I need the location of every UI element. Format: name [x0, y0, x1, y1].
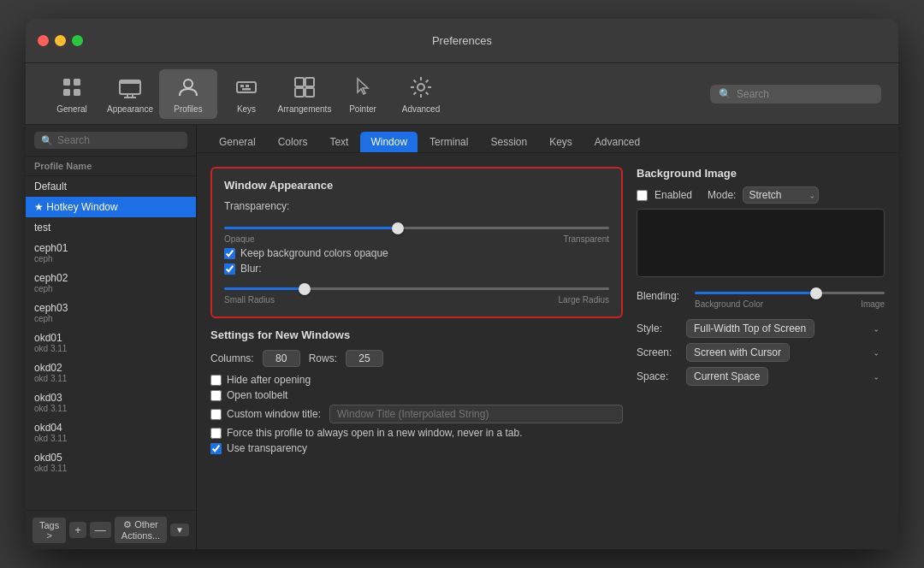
hide-after-checkbox[interactable] [210, 375, 222, 386]
blending-slider-container: Background Color Image [695, 282, 885, 309]
sidebar-search-area: 🔍 [26, 125, 196, 157]
custom-title-checkbox[interactable] [210, 409, 222, 420]
small-radius-label: Small Radius [224, 295, 275, 305]
right-panel: General Colors Text Window Terminal Sess… [197, 125, 898, 549]
mode-label: Mode: [708, 189, 736, 201]
sidebar-search-box[interactable]: 🔍 [34, 132, 187, 149]
profile-item[interactable]: okd02okd 3.11 [26, 358, 196, 388]
svg-rect-16 [295, 88, 304, 97]
keep-bg-label: Keep background colors opaque [240, 247, 388, 259]
minimize-button[interactable] [55, 35, 66, 46]
toolbar-profiles[interactable]: Profiles [159, 69, 217, 119]
sidebar-search-input[interactable] [57, 134, 177, 146]
other-actions-chevron[interactable]: ▼ [170, 524, 189, 536]
advanced-icon [407, 74, 435, 101]
rows-label: Rows: [309, 352, 337, 364]
use-transparency-checkbox[interactable] [210, 443, 222, 454]
profile-item[interactable]: ceph03ceph [26, 298, 196, 328]
other-actions-button[interactable]: ⚙ Other Actions... [115, 517, 167, 543]
toolbar-advanced[interactable]: Advanced [392, 69, 450, 119]
svg-rect-12 [246, 85, 249, 87]
rows-input[interactable] [346, 350, 383, 367]
profile-sub: okd 3.11 [34, 464, 187, 473]
style-select[interactable]: Full-Width Top of Screen Top of Screen B… [686, 319, 814, 338]
profile-item[interactable]: okd04okd 3.11 [26, 417, 196, 447]
blur-checkbox-row: Blur: [224, 263, 609, 275]
keep-bg-checkbox[interactable] [224, 248, 235, 259]
tab-window[interactable]: Window [360, 132, 418, 152]
style-label: Style: [637, 322, 679, 334]
profile-item[interactable]: okd05okd 3.11 [26, 447, 196, 477]
custom-title-input[interactable] [329, 405, 623, 423]
appearance-label: Appearance [107, 104, 153, 114]
toolbar-search[interactable]: 🔍 [710, 85, 881, 104]
tab-session[interactable]: Session [480, 132, 537, 152]
remove-profile-button[interactable]: — [90, 522, 111, 538]
profile-sub: ceph [34, 254, 187, 263]
appearance-icon [116, 74, 144, 101]
bg-color-label: Background Color [695, 299, 763, 309]
profile-item[interactable]: ceph01ceph [26, 238, 196, 268]
mode-select[interactable]: Stretch Tile Center Scale to Fill Scale … [743, 186, 819, 204]
toolbar-general[interactable]: General [43, 69, 101, 119]
profile-name: okd05 [34, 452, 187, 464]
profile-item[interactable]: ★ Hotkey Window [26, 197, 196, 217]
screen-select-wrapper: Screen with Cursor Screen 1 Screen 2 [686, 343, 885, 362]
tab-terminal[interactable]: Terminal [419, 132, 478, 152]
toolbar: General Appearance Profiles [26, 63, 898, 125]
tab-general[interactable]: General [209, 132, 266, 152]
tab-colors[interactable]: Colors [268, 132, 318, 152]
right-content: Background Image Enabled Mode: Stretch T… [637, 167, 885, 535]
window-title: Preferences [432, 34, 492, 47]
mode-select-wrapper: Stretch Tile Center Scale to Fill Scale … [743, 186, 819, 204]
blur-checkbox[interactable] [224, 263, 235, 275]
open-toolbelt-label: Open toolbelt [227, 389, 287, 401]
tags-button[interactable]: Tags > [33, 518, 66, 543]
hide-after-row: Hide after opening [210, 374, 623, 386]
tab-keys[interactable]: Keys [539, 132, 583, 152]
toolbar-arrangements[interactable]: Arrangements [275, 69, 334, 119]
bg-enabled-checkbox[interactable] [637, 190, 648, 201]
large-radius-label: Large Radius [559, 295, 609, 305]
profile-item[interactable]: okd01okd 3.11 [26, 328, 196, 358]
screen-label: Screen: [637, 346, 679, 358]
add-profile-button[interactable]: + [69, 522, 86, 538]
columns-input[interactable] [263, 350, 300, 367]
opaque-label: Opaque [224, 234, 255, 244]
profile-name: ceph03 [34, 302, 187, 314]
svg-rect-3 [74, 89, 80, 96]
profile-item[interactable]: ceph02ceph [26, 268, 196, 298]
tab-advanced[interactable]: Advanced [584, 132, 650, 152]
close-button[interactable] [38, 35, 49, 46]
tab-bar: General Colors Text Window Terminal Sess… [197, 125, 898, 153]
space-select[interactable]: Current Space All Spaces [686, 367, 768, 386]
keep-bg-row: Keep background colors opaque [224, 247, 609, 259]
profile-name: ceph01 [34, 242, 187, 254]
search-input[interactable] [737, 88, 873, 100]
profile-item[interactable]: okd03okd 3.11 [26, 388, 196, 417]
toolbar-pointer[interactable]: Pointer [334, 69, 392, 119]
blending-labels: Background Color Image [695, 299, 885, 309]
tab-text[interactable]: Text [319, 132, 358, 152]
profiles-icon [175, 74, 202, 101]
profile-item[interactable]: test [26, 217, 196, 238]
style-screen-space: Style: Full-Width Top of Screen Top of S… [637, 319, 885, 391]
profile-sub: ceph [34, 284, 187, 293]
blur-slider-container: Small Radius Large Radius [224, 278, 609, 305]
left-content: Window Appearance Transparency: Opaque T… [210, 167, 623, 535]
screen-select[interactable]: Screen with Cursor Screen 1 Screen 2 [686, 343, 790, 362]
window-appearance-title: Window Appearance [224, 179, 609, 192]
force-new-window-label: Force this profile to always open in a n… [227, 427, 523, 439]
force-new-window-checkbox[interactable] [210, 428, 222, 439]
profile-item[interactable]: Default [26, 176, 196, 197]
maximize-button[interactable] [72, 35, 83, 46]
toolbar-keys[interactable]: Keys [217, 69, 275, 119]
main-content: 🔍 Profile Name Default★ Hotkey Windowtes… [26, 125, 898, 549]
open-toolbelt-checkbox[interactable] [210, 390, 222, 401]
transparency-label: Transparency: [224, 200, 289, 212]
transparency-slider[interactable] [224, 227, 609, 229]
profile-name: okd04 [34, 422, 187, 434]
toolbar-appearance[interactable]: Appearance [101, 69, 159, 119]
blur-slider[interactable] [224, 287, 609, 290]
blending-slider[interactable] [695, 292, 885, 294]
